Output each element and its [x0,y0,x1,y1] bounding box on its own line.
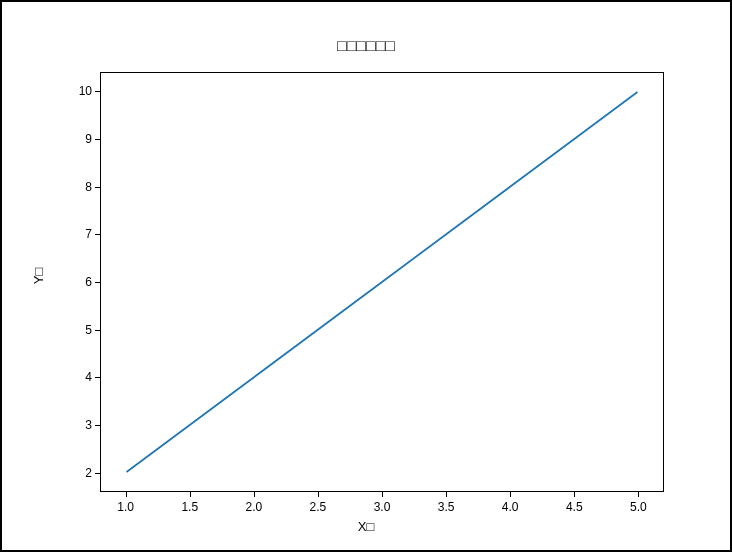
chart-container: □□□□□□ Y□ 1.01.52.02.53.03.54.04.55.0 23… [2,2,730,550]
x-tick-label: 1.0 [117,500,134,514]
y-tick-label: 6 [70,275,92,289]
y-tick-label: 4 [70,370,92,384]
x-tick-label: 2.0 [245,500,262,514]
y-tick-mark [95,187,100,188]
y-tick-mark [95,377,100,378]
data-line [127,92,638,472]
chart-title: □□□□□□ [2,37,730,55]
x-tick-mark [254,492,255,497]
y-tick-label: 2 [70,466,92,480]
x-tick-label: 2.5 [310,500,327,514]
x-tick-mark [638,492,639,497]
y-tick-label: 5 [70,323,92,337]
x-tick-label: 5.0 [630,500,647,514]
x-tick-label: 4.0 [502,500,519,514]
chart-frame: □□□□□□ Y□ 1.01.52.02.53.03.54.04.55.0 23… [0,0,732,552]
y-tick-label: 10 [70,84,92,98]
line-chart-svg [101,73,663,491]
y-tick-mark [95,234,100,235]
y-tick-mark [95,139,100,140]
x-tick-mark [574,492,575,497]
x-tick-label: 4.5 [566,500,583,514]
y-tick-label: 3 [70,418,92,432]
x-tick-mark [382,492,383,497]
x-tick-mark [446,492,447,497]
x-tick-label: 1.5 [181,500,198,514]
x-tick-mark [126,492,127,497]
y-tick-mark [95,473,100,474]
y-tick-mark [95,91,100,92]
x-tick-label: 3.0 [374,500,391,514]
x-axis-label: X□ [2,519,730,534]
y-tick-mark [95,282,100,283]
x-tick-mark [510,492,511,497]
y-axis-label: Y□ [31,268,46,285]
x-tick-mark [318,492,319,497]
x-tick-mark [190,492,191,497]
y-tick-label: 8 [70,180,92,194]
y-tick-label: 7 [70,227,92,241]
y-tick-mark [95,330,100,331]
plot-area [100,72,664,492]
x-tick-label: 3.5 [438,500,455,514]
y-tick-label: 9 [70,132,92,146]
y-tick-mark [95,425,100,426]
